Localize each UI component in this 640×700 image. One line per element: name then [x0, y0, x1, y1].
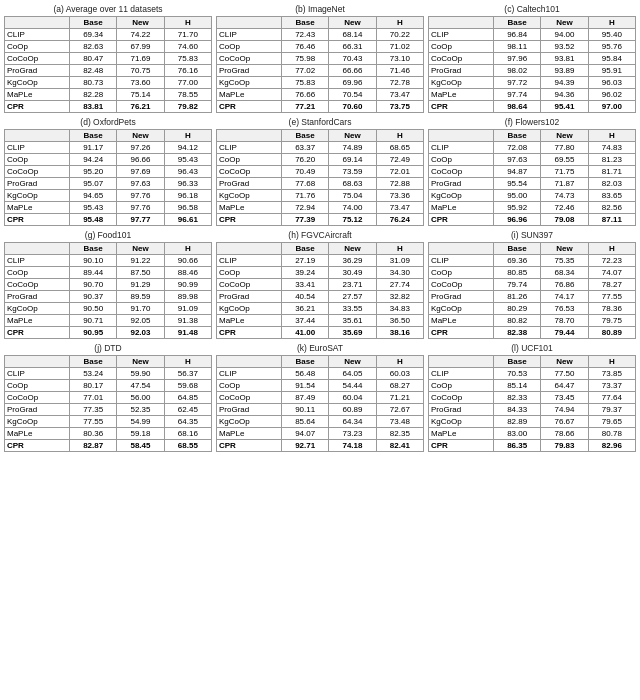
row-value: 97.74: [494, 89, 541, 101]
row-value: 72.49: [376, 154, 423, 166]
row-value: 80.29: [494, 303, 541, 315]
row-label: CoOp: [5, 267, 70, 279]
row-value: 91.29: [117, 279, 164, 291]
row-value: 90.71: [70, 315, 117, 327]
table-a: BaseNewHCLIP69.3474.2271.70CoOp82.6367.9…: [4, 16, 212, 113]
cpr-value: 79.82: [164, 101, 211, 113]
col-header-new: New: [541, 243, 588, 255]
row-value: 88.46: [164, 267, 211, 279]
row-label: ProGrad: [429, 65, 494, 77]
row-value: 73.59: [329, 166, 376, 178]
col-header-h: H: [376, 17, 423, 29]
table-d: BaseNewHCLIP91.1797.2694.12CoOp94.2496.6…: [4, 129, 212, 226]
row-label: ProGrad: [5, 178, 70, 190]
section-e: (e) StanfordCarsBaseNewHCLIP63.3774.8968…: [216, 117, 424, 226]
row-value: 59.18: [117, 428, 164, 440]
row-value: 36.21: [282, 303, 329, 315]
row-value: 52.35: [117, 404, 164, 416]
row-value: 34.30: [376, 267, 423, 279]
row-value: 78.55: [164, 89, 211, 101]
row-value: 89.44: [70, 267, 117, 279]
section-title-f: (f) Flowers102: [428, 117, 636, 127]
row-label: CoOp: [429, 267, 494, 279]
table-row: ProGrad82.4870.7576.16: [5, 65, 212, 77]
row-label: ProGrad: [429, 404, 494, 416]
row-value: 64.47: [541, 380, 588, 392]
row-value: 56.48: [282, 368, 329, 380]
row-value: 80.82: [494, 315, 541, 327]
row-label: CoCoOp: [429, 392, 494, 404]
cpr-value: 95.41: [541, 101, 588, 113]
row-value: 96.58: [164, 202, 211, 214]
row-value: 83.00: [494, 428, 541, 440]
row-value: 82.33: [494, 392, 541, 404]
row-value: 94.00: [541, 29, 588, 41]
row-label: CoCoOp: [217, 279, 282, 291]
cpr-value: 79.83: [541, 440, 588, 452]
row-value: 70.54: [329, 89, 376, 101]
table-row: CoOp76.4666.3171.02: [217, 41, 424, 53]
col-header-empty: [5, 356, 70, 368]
row-value: 91.70: [117, 303, 164, 315]
table-row: CLIP96.8494.0095.40: [429, 29, 636, 41]
row-label: KgCoOp: [217, 77, 282, 89]
row-label: MaPLe: [217, 89, 282, 101]
row-label: CLIP: [217, 142, 282, 154]
row-value: 73.47: [376, 202, 423, 214]
table-row: ProGrad95.5471.8782.03: [429, 178, 636, 190]
section-j: (j) DTDBaseNewHCLIP53.2459.9056.37CoOp80…: [4, 343, 212, 452]
row-value: 96.03: [588, 77, 635, 89]
row-value: 56.37: [164, 368, 211, 380]
row-value: 74.83: [588, 142, 635, 154]
row-label: MaPLe: [5, 89, 70, 101]
section-title-c: (c) Caltech101: [428, 4, 636, 14]
row-value: 34.83: [376, 303, 423, 315]
row-value: 96.84: [494, 29, 541, 41]
cpr-value: 68.55: [164, 440, 211, 452]
col-header-empty: [217, 17, 282, 29]
cpr-value: 86.35: [494, 440, 541, 452]
row-value: 73.85: [588, 368, 635, 380]
row-label: KgCoOp: [217, 303, 282, 315]
cpr-value: 90.95: [70, 327, 117, 339]
col-header-base: Base: [70, 243, 117, 255]
table-row: CoOp80.8568.3474.07: [429, 267, 636, 279]
row-value: 77.80: [541, 142, 588, 154]
row-label: CLIP: [217, 255, 282, 267]
col-header-base: Base: [282, 130, 329, 142]
row-value: 78.70: [541, 315, 588, 327]
row-value: 67.99: [117, 41, 164, 53]
table-row: CoOp98.1193.5295.76: [429, 41, 636, 53]
cpr-label: CPR: [429, 440, 494, 452]
row-label: MaPLe: [5, 315, 70, 327]
cpr-row: CPR92.7174.1882.41: [217, 440, 424, 452]
row-value: 89.59: [117, 291, 164, 303]
row-value: 64.85: [164, 392, 211, 404]
row-value: 94.87: [494, 166, 541, 178]
cpr-value: 95.48: [70, 214, 117, 226]
row-value: 30.49: [329, 267, 376, 279]
row-value: 84.33: [494, 404, 541, 416]
cpr-label: CPR: [217, 214, 282, 226]
row-value: 72.67: [376, 404, 423, 416]
table-row: MaPLe90.7192.0591.38: [5, 315, 212, 327]
row-label: CLIP: [5, 255, 70, 267]
col-header-h: H: [164, 130, 211, 142]
col-header-h: H: [164, 17, 211, 29]
section-k: (k) EuroSATBaseNewHCLIP56.4864.0560.03Co…: [216, 343, 424, 452]
row-value: 94.07: [282, 428, 329, 440]
row-value: 85.14: [494, 380, 541, 392]
col-header-h: H: [588, 243, 635, 255]
section-f: (f) Flowers102BaseNewHCLIP72.0877.8074.8…: [428, 117, 636, 226]
row-value: 64.35: [164, 416, 211, 428]
row-label: KgCoOp: [429, 303, 494, 315]
row-value: 39.24: [282, 267, 329, 279]
row-value: 97.63: [494, 154, 541, 166]
table-row: CLIP69.3675.3572.23: [429, 255, 636, 267]
row-label: CLIP: [217, 29, 282, 41]
table-row: KgCoOp75.8369.9672.78: [217, 77, 424, 89]
row-label: CoOp: [429, 41, 494, 53]
cpr-label: CPR: [5, 101, 70, 113]
table-row: ProGrad77.6868.6372.88: [217, 178, 424, 190]
cpr-value: 97.77: [117, 214, 164, 226]
